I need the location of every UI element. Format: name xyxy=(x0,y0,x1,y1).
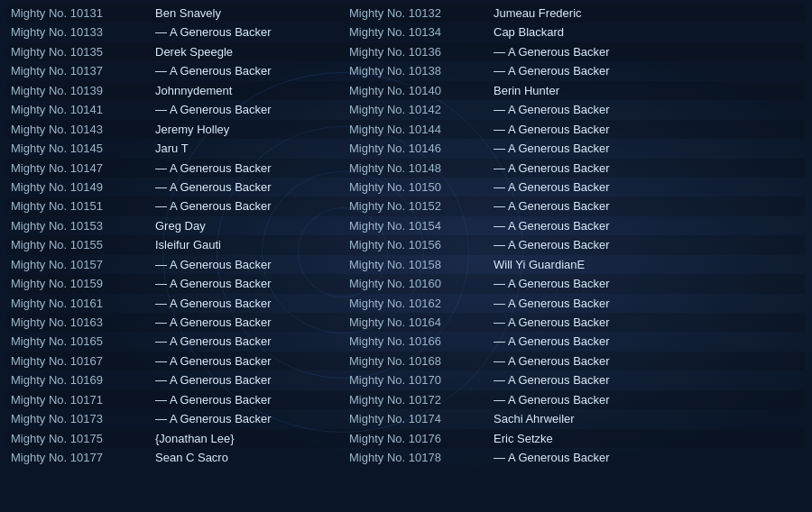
table-row: Mighty No. 10157 — A Generous Backer Mig… xyxy=(7,255,805,274)
left-number: Mighty No. 10143 xyxy=(7,120,152,139)
left-number: Mighty No. 10151 xyxy=(7,197,152,215)
left-name: — A Generous Backer xyxy=(152,23,318,41)
right-name: — A Generous Backer xyxy=(490,390,805,409)
right-name: — A Generous Backer xyxy=(490,61,805,80)
left-number: Mighty No. 10175 xyxy=(7,429,152,448)
right-name: — A Generous Backer xyxy=(490,178,805,197)
left-number: Mighty No. 10171 xyxy=(7,390,152,409)
right-name: — A Generous Backer xyxy=(490,332,805,351)
table-row: Mighty No. 10173 — A Generous Backer Mig… xyxy=(7,409,805,428)
left-name: Derek Speegle xyxy=(152,42,318,61)
table-row: Mighty No. 10159 — A Generous Backer Mig… xyxy=(7,274,805,293)
table-row: Mighty No. 10175 {Jonathan Lee} Mighty N… xyxy=(7,429,805,448)
right-number: Mighty No. 10132 xyxy=(346,4,490,23)
left-name: Greg Day xyxy=(152,216,318,235)
left-number: Mighty No. 10135 xyxy=(7,42,152,61)
right-number: Mighty No. 10150 xyxy=(346,178,490,197)
left-name: — A Generous Backer xyxy=(152,352,318,370)
right-name: Sachi Ahrweiler xyxy=(490,409,805,428)
table-row: Mighty No. 10149 — A Generous Backer Mig… xyxy=(7,178,805,197)
left-number: Mighty No. 10169 xyxy=(7,370,152,389)
right-number: Mighty No. 10134 xyxy=(346,23,490,41)
left-number: Mighty No. 10157 xyxy=(7,255,152,274)
table-row: Mighty No. 10151 — A Generous Backer Mig… xyxy=(7,197,805,215)
right-number: Mighty No. 10160 xyxy=(346,274,490,293)
right-number: Mighty No. 10152 xyxy=(346,197,490,215)
left-name: — A Generous Backer xyxy=(152,255,318,274)
table-row: Mighty No. 10171 — A Generous Backer Mig… xyxy=(7,390,805,409)
left-name: Jeremy Holley xyxy=(152,120,318,139)
left-number: Mighty No. 10159 xyxy=(7,274,152,293)
left-number: Mighty No. 10147 xyxy=(7,159,152,178)
right-number: Mighty No. 10140 xyxy=(346,81,490,100)
right-number: Mighty No. 10154 xyxy=(346,216,490,235)
right-number: Mighty No. 10168 xyxy=(346,352,490,370)
left-number: Mighty No. 10155 xyxy=(7,235,152,254)
right-name: — A Generous Backer xyxy=(490,42,805,61)
right-name: — A Generous Backer xyxy=(490,448,805,467)
left-number: Mighty No. 10165 xyxy=(7,332,152,351)
right-number: Mighty No. 10164 xyxy=(346,313,490,332)
table-row: Mighty No. 10147 — A Generous Backer Mig… xyxy=(7,159,805,178)
left-name: — A Generous Backer xyxy=(152,332,318,351)
right-name: Will Yi GuardianE xyxy=(490,255,805,274)
credits-table: Mighty No. 10131 Ben Snavely Mighty No. … xyxy=(0,0,812,471)
left-name: — A Generous Backer xyxy=(152,294,318,313)
right-name: — A Generous Backer xyxy=(490,352,805,370)
left-number: Mighty No. 10139 xyxy=(7,81,152,100)
table-row: Mighty No. 10169 — A Generous Backer Mig… xyxy=(7,370,805,389)
table-row: Mighty No. 10165 — A Generous Backer Mig… xyxy=(7,332,805,351)
left-name: Isleifur Gauti xyxy=(152,235,318,254)
right-number: Mighty No. 10158 xyxy=(346,255,490,274)
left-name: — A Generous Backer xyxy=(152,159,318,178)
left-name: Jaru T xyxy=(152,139,318,158)
left-number: Mighty No. 10131 xyxy=(7,4,152,23)
right-number: Mighty No. 10148 xyxy=(346,159,490,178)
left-number: Mighty No. 10145 xyxy=(7,139,152,158)
table-row: Mighty No. 10143 Jeremy Holley Mighty No… xyxy=(7,120,805,139)
table-row: Mighty No. 10167 — A Generous Backer Mig… xyxy=(7,352,805,370)
table-row: Mighty No. 10163 — A Generous Backer Mig… xyxy=(7,313,805,332)
left-number: Mighty No. 10153 xyxy=(7,216,152,235)
left-name: {Jonathan Lee} xyxy=(152,429,318,448)
right-number: Mighty No. 10174 xyxy=(346,409,490,428)
right-number: Mighty No. 10136 xyxy=(346,42,490,61)
table-row: Mighty No. 10153 Greg Day Mighty No. 101… xyxy=(7,216,805,235)
right-name: — A Generous Backer xyxy=(490,216,805,235)
right-number: Mighty No. 10146 xyxy=(346,139,490,158)
right-number: Mighty No. 10162 xyxy=(346,294,490,313)
left-number: Mighty No. 10149 xyxy=(7,178,152,197)
right-number: Mighty No. 10170 xyxy=(346,370,490,389)
right-name: Jumeau Frederic xyxy=(490,4,805,23)
right-number: Mighty No. 10166 xyxy=(346,332,490,351)
table-row: Mighty No. 10145 Jaru T Mighty No. 10146… xyxy=(7,139,805,158)
right-number: Mighty No. 10156 xyxy=(346,235,490,254)
left-name: Johnnydement xyxy=(152,81,318,100)
table-row: Mighty No. 10137 — A Generous Backer Mig… xyxy=(7,61,805,80)
left-name: — A Generous Backer xyxy=(152,274,318,293)
table-row: Mighty No. 10161 — A Generous Backer Mig… xyxy=(7,294,805,313)
right-name: — A Generous Backer xyxy=(490,159,805,178)
table-row: Mighty No. 10139 Johnnydement Mighty No.… xyxy=(7,81,805,100)
left-name: — A Generous Backer xyxy=(152,409,318,428)
right-name: — A Generous Backer xyxy=(490,100,805,119)
left-number: Mighty No. 10163 xyxy=(7,313,152,332)
table-row: Mighty No. 10133 — A Generous Backer Mig… xyxy=(7,23,805,41)
right-number: Mighty No. 10176 xyxy=(346,429,490,448)
left-number: Mighty No. 10133 xyxy=(7,23,152,41)
right-name: — A Generous Backer xyxy=(490,139,805,158)
right-name: — A Generous Backer xyxy=(490,197,805,215)
left-name: Sean C Sacro xyxy=(152,448,318,467)
table-row: Mighty No. 10135 Derek Speegle Mighty No… xyxy=(7,42,805,61)
table-row: Mighty No. 10177 Sean C Sacro Mighty No.… xyxy=(7,448,805,467)
right-name: Cap Blackard xyxy=(490,23,805,41)
left-name: — A Generous Backer xyxy=(152,390,318,409)
left-number: Mighty No. 10137 xyxy=(7,61,152,80)
right-name: — A Generous Backer xyxy=(490,274,805,293)
left-name: — A Generous Backer xyxy=(152,313,318,332)
left-name: — A Generous Backer xyxy=(152,197,318,215)
right-name: — A Generous Backer xyxy=(490,120,805,139)
left-name: Ben Snavely xyxy=(152,4,318,23)
left-name: — A Generous Backer xyxy=(152,370,318,389)
left-name: — A Generous Backer xyxy=(152,100,318,119)
